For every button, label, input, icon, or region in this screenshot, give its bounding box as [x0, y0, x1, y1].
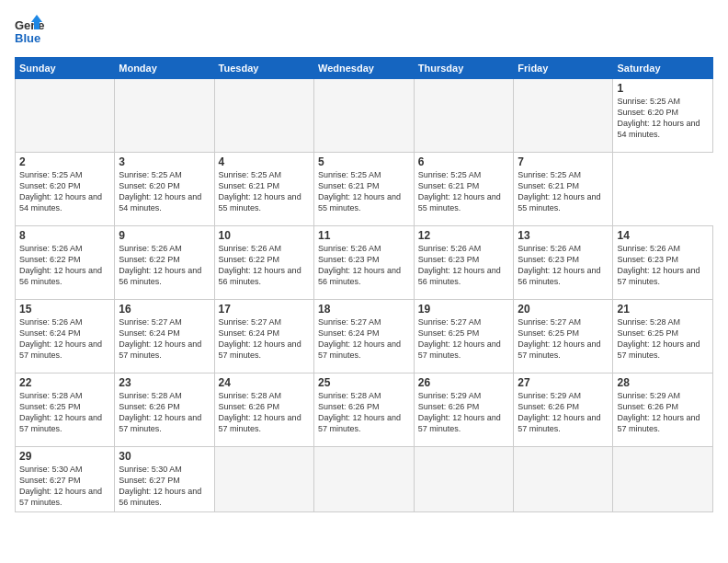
calendar-cell: 6Sunrise: 5:25 AMSunset: 6:21 PMDaylight…	[414, 153, 514, 226]
calendar-cell	[414, 79, 514, 153]
day-number: 17	[219, 303, 310, 316]
weekday-header: Saturday	[613, 58, 713, 79]
day-info: Sunrise: 5:26 AMSunset: 6:22 PMDaylight:…	[119, 243, 210, 288]
day-info: Sunrise: 5:28 AMSunset: 6:26 PMDaylight:…	[318, 390, 410, 435]
calendar-cell: 17Sunrise: 5:27 AMSunset: 6:24 PMDayligh…	[214, 300, 313, 373]
day-number: 9	[119, 229, 210, 242]
calendar-cell: 4Sunrise: 5:25 AMSunset: 6:21 PMDaylight…	[214, 153, 313, 226]
calendar-cell: 9Sunrise: 5:26 AMSunset: 6:22 PMDaylight…	[115, 226, 214, 300]
calendar-cell: 29Sunrise: 5:30 AMSunset: 6:27 PMDayligh…	[16, 447, 115, 512]
weekday-header: Thursday	[414, 58, 514, 79]
week-row: 1Sunrise: 5:25 AMSunset: 6:20 PMDaylight…	[16, 79, 713, 153]
calendar-cell: 25Sunrise: 5:28 AMSunset: 6:26 PMDayligh…	[313, 373, 414, 447]
day-number: 15	[19, 303, 110, 316]
calendar-cell: 23Sunrise: 5:28 AMSunset: 6:26 PMDayligh…	[115, 373, 214, 447]
day-info: Sunrise: 5:29 AMSunset: 6:26 PMDaylight:…	[518, 390, 609, 435]
calendar-cell	[514, 79, 613, 153]
calendar-cell: 12Sunrise: 5:26 AMSunset: 6:23 PMDayligh…	[414, 226, 514, 300]
calendar-cell	[414, 447, 514, 512]
calendar-cell: 21Sunrise: 5:28 AMSunset: 6:25 PMDayligh…	[613, 300, 713, 373]
calendar-cell: 16Sunrise: 5:27 AMSunset: 6:24 PMDayligh…	[115, 300, 214, 373]
calendar-page: General Blue SundayMondayTuesdayWednesda…	[0, 0, 728, 563]
day-info: Sunrise: 5:26 AMSunset: 6:22 PMDaylight:…	[19, 243, 110, 288]
day-number: 1	[617, 82, 709, 95]
day-number: 12	[418, 229, 510, 242]
calendar-cell: 26Sunrise: 5:29 AMSunset: 6:26 PMDayligh…	[414, 373, 514, 447]
calendar-cell: 1Sunrise: 5:25 AMSunset: 6:20 PMDaylight…	[613, 79, 713, 153]
day-info: Sunrise: 5:27 AMSunset: 6:24 PMDaylight:…	[219, 316, 310, 362]
weekday-header: Tuesday	[214, 58, 313, 79]
day-info: Sunrise: 5:25 AMSunset: 6:21 PMDaylight:…	[418, 169, 510, 214]
calendar-cell: 10Sunrise: 5:26 AMSunset: 6:22 PMDayligh…	[214, 226, 313, 300]
day-number: 14	[617, 229, 709, 242]
week-row: 15Sunrise: 5:26 AMSunset: 6:24 PMDayligh…	[16, 300, 713, 373]
calendar-cell	[214, 79, 313, 153]
calendar-cell	[613, 447, 713, 512]
day-info: Sunrise: 5:27 AMSunset: 6:25 PMDaylight:…	[518, 316, 609, 362]
day-number: 26	[418, 376, 510, 389]
day-number: 2	[19, 155, 110, 168]
day-number: 10	[219, 229, 310, 242]
day-info: Sunrise: 5:25 AMSunset: 6:20 PMDaylight:…	[119, 169, 210, 214]
calendar-cell: 27Sunrise: 5:29 AMSunset: 6:26 PMDayligh…	[514, 373, 613, 447]
day-number: 19	[418, 303, 510, 316]
week-row: 22Sunrise: 5:28 AMSunset: 6:25 PMDayligh…	[16, 373, 713, 447]
calendar-cell: 20Sunrise: 5:27 AMSunset: 6:25 PMDayligh…	[514, 300, 613, 373]
day-number: 23	[119, 376, 210, 389]
calendar-cell: 2Sunrise: 5:25 AMSunset: 6:20 PMDaylight…	[16, 153, 115, 226]
day-info: Sunrise: 5:25 AMSunset: 6:21 PMDaylight:…	[219, 169, 310, 214]
calendar-cell: 7Sunrise: 5:25 AMSunset: 6:21 PMDaylight…	[514, 153, 613, 226]
day-number: 16	[119, 303, 210, 316]
calendar-cell: 22Sunrise: 5:28 AMSunset: 6:25 PMDayligh…	[16, 373, 115, 447]
day-number: 13	[518, 229, 609, 242]
calendar-cell: 3Sunrise: 5:25 AMSunset: 6:20 PMDaylight…	[115, 153, 214, 226]
calendar-cell: 14Sunrise: 5:26 AMSunset: 6:23 PMDayligh…	[613, 226, 713, 300]
calendar-cell: 18Sunrise: 5:27 AMSunset: 6:24 PMDayligh…	[313, 300, 414, 373]
day-number: 20	[518, 303, 609, 316]
day-info: Sunrise: 5:26 AMSunset: 6:23 PMDaylight:…	[518, 243, 609, 288]
calendar-cell: 8Sunrise: 5:26 AMSunset: 6:22 PMDaylight…	[16, 226, 115, 300]
calendar-cell: 19Sunrise: 5:27 AMSunset: 6:25 PMDayligh…	[414, 300, 514, 373]
day-number: 8	[19, 229, 110, 242]
day-info: Sunrise: 5:27 AMSunset: 6:24 PMDaylight:…	[119, 316, 210, 362]
calendar-cell: 11Sunrise: 5:26 AMSunset: 6:23 PMDayligh…	[313, 226, 414, 300]
weekday-header: Sunday	[16, 58, 115, 79]
day-info: Sunrise: 5:29 AMSunset: 6:26 PMDaylight:…	[617, 390, 709, 435]
day-info: Sunrise: 5:28 AMSunset: 6:25 PMDaylight:…	[617, 316, 709, 362]
day-number: 11	[318, 229, 410, 242]
week-row: 8Sunrise: 5:26 AMSunset: 6:22 PMDaylight…	[16, 226, 713, 300]
day-number: 4	[219, 155, 310, 168]
weekday-header-row: SundayMondayTuesdayWednesdayThursdayFrid…	[16, 58, 713, 79]
calendar-cell: 30Sunrise: 5:30 AMSunset: 6:27 PMDayligh…	[115, 447, 214, 512]
weekday-header: Friday	[514, 58, 613, 79]
calendar-cell: 24Sunrise: 5:28 AMSunset: 6:26 PMDayligh…	[214, 373, 313, 447]
logo-icon: General Blue	[15, 15, 44, 48]
day-info: Sunrise: 5:28 AMSunset: 6:25 PMDaylight:…	[19, 390, 110, 435]
day-number: 27	[518, 376, 609, 389]
day-info: Sunrise: 5:27 AMSunset: 6:24 PMDaylight:…	[318, 316, 410, 362]
day-info: Sunrise: 5:25 AMSunset: 6:21 PMDaylight:…	[518, 169, 609, 214]
day-number: 3	[119, 155, 210, 168]
week-row: 29Sunrise: 5:30 AMSunset: 6:27 PMDayligh…	[16, 447, 713, 512]
calendar-cell: 15Sunrise: 5:26 AMSunset: 6:24 PMDayligh…	[16, 300, 115, 373]
svg-text:Blue: Blue	[15, 31, 40, 45]
day-number: 5	[318, 155, 410, 168]
day-info: Sunrise: 5:26 AMSunset: 6:23 PMDaylight:…	[318, 243, 410, 288]
day-number: 21	[617, 303, 709, 316]
logo: General Blue	[15, 15, 44, 48]
day-info: Sunrise: 5:28 AMSunset: 6:26 PMDaylight:…	[219, 390, 310, 435]
day-number: 7	[518, 155, 609, 168]
calendar-cell	[313, 79, 414, 153]
day-info: Sunrise: 5:27 AMSunset: 6:25 PMDaylight:…	[418, 316, 510, 362]
day-number: 6	[418, 155, 510, 168]
day-info: Sunrise: 5:29 AMSunset: 6:26 PMDaylight:…	[418, 390, 510, 435]
day-number: 22	[19, 376, 110, 389]
day-info: Sunrise: 5:30 AMSunset: 6:27 PMDaylight:…	[119, 464, 210, 509]
day-info: Sunrise: 5:28 AMSunset: 6:26 PMDaylight:…	[119, 390, 210, 435]
day-number: 30	[119, 450, 210, 463]
week-row: 2Sunrise: 5:25 AMSunset: 6:20 PMDaylight…	[16, 153, 713, 226]
calendar-cell	[313, 447, 414, 512]
calendar-cell	[16, 79, 115, 153]
day-number: 29	[19, 450, 110, 463]
day-info: Sunrise: 5:25 AMSunset: 6:21 PMDaylight:…	[318, 169, 410, 214]
